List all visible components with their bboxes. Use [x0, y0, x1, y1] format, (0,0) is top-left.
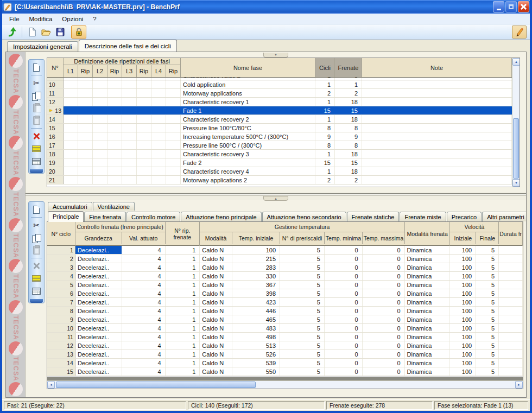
tab-ventilazione[interactable]: Ventilazione — [93, 202, 135, 211]
cell-val-attuato[interactable]: 4 — [122, 359, 166, 367]
rep-cell[interactable] — [151, 98, 166, 106]
cell-vel-iniziale[interactable]: 100 — [450, 272, 476, 280]
rep-cell[interactable] — [78, 150, 93, 158]
rep-cell[interactable] — [107, 124, 122, 132]
cell-val-attuato[interactable]: 4 — [122, 341, 166, 350]
rep-cell[interactable] — [166, 115, 181, 123]
cell-temp-iniziale[interactable]: 498 — [232, 333, 280, 341]
cycle-row-13[interactable]: 13Decelerazi..41Caldo N526500Dinamica100… — [47, 350, 523, 359]
phase-row-18[interactable]: 18Characteristic recovery 3118 — [47, 150, 512, 158]
cell-n-rip[interactable]: 1 — [166, 272, 200, 280]
rep-cell[interactable] — [166, 106, 181, 115]
rep-cell[interactable] — [93, 98, 107, 106]
rep-cell[interactable] — [64, 80, 78, 88]
stripes-button[interactable] — [30, 143, 42, 154]
new-page-button[interactable] — [30, 204, 42, 215]
rep-cell[interactable] — [122, 167, 137, 175]
rep-cell[interactable] — [107, 150, 122, 158]
cell-nome-fase[interactable]: Fade 2 — [181, 158, 315, 167]
rep-cell[interactable] — [151, 106, 166, 115]
cell-val-attuato[interactable]: 4 — [122, 324, 166, 332]
cell-vel-iniziale[interactable]: 100 — [450, 350, 476, 358]
cell-temp-iniziale[interactable]: 513 — [232, 341, 280, 350]
cell-durata[interactable] — [499, 281, 523, 289]
cell-nome-fase[interactable]: Pressure line 100°C/80°C — [181, 124, 315, 132]
lock-button[interactable] — [71, 26, 86, 39]
cell-nome-fase[interactable]: Motorway applications 2 — [181, 176, 315, 184]
rep-cell[interactable] — [122, 98, 137, 106]
rep-cell[interactable] — [137, 78, 151, 80]
rep-cell[interactable] — [166, 132, 181, 141]
cell-mod-frenata[interactable]: Dinamica — [405, 281, 451, 289]
cell-vel-iniziale[interactable]: 100 — [450, 281, 476, 289]
cell-mod-frenata[interactable]: Dinamica — [405, 272, 451, 280]
cell-temp-minima[interactable]: 0 — [325, 324, 363, 332]
paste-button[interactable] — [30, 115, 42, 126]
cell-cicli[interactable]: 2 — [315, 89, 335, 97]
rep-cell[interactable] — [122, 132, 137, 141]
cell-temp-massima[interactable]: 0 — [363, 324, 405, 332]
calculator-button[interactable] — [30, 156, 42, 167]
cell-temp-massima[interactable]: 0 — [363, 255, 405, 263]
menu-opzioni[interactable]: Opzioni — [57, 15, 88, 23]
cell-vel-finale[interactable]: 5 — [476, 246, 499, 254]
cell-preriscaldi[interactable]: 5 — [280, 281, 325, 289]
scroll-up-button[interactable]: ▲ — [512, 58, 520, 66]
close-button[interactable] — [518, 1, 529, 12]
rep-cell[interactable] — [93, 115, 107, 123]
cell-nome-fase[interactable]: Characteristic recovery 1 — [181, 98, 315, 106]
cell-vel-finale[interactable]: 5 — [476, 255, 499, 263]
new-page-button[interactable] — [30, 62, 42, 73]
cell-modalita[interactable]: Caldo N — [200, 307, 232, 315]
cell-vel-iniziale[interactable]: 100 — [450, 307, 476, 315]
tab-controllo-motore[interactable]: Controllo motore — [126, 212, 180, 221]
cell-preriscaldi[interactable]: 5 — [280, 289, 325, 297]
cell-vel-finale[interactable]: 5 — [476, 350, 499, 358]
cell-grandezza[interactable]: Decelerazi.. — [75, 333, 122, 341]
cell-durata[interactable] — [499, 298, 523, 306]
cell-mod-frenata[interactable]: Dinamica — [405, 350, 451, 358]
rep-cell[interactable] — [137, 150, 151, 158]
cell-durata[interactable] — [499, 324, 523, 332]
rep-cell[interactable] — [151, 115, 166, 123]
cell-temp-massima[interactable]: 0 — [363, 341, 405, 350]
rep-cell[interactable] — [93, 158, 107, 167]
cell-temp-minima[interactable]: 0 — [325, 333, 363, 341]
new-file-button[interactable] — [25, 26, 39, 39]
rep-cell[interactable] — [107, 98, 122, 106]
tab-precarico[interactable]: Precarico — [447, 212, 482, 221]
cell-cicli[interactable]: 8 — [315, 124, 335, 132]
cell-val-attuato[interactable]: 4 — [122, 307, 166, 315]
row-number-cell[interactable]: 18 — [47, 150, 64, 158]
delete-button[interactable] — [30, 260, 42, 271]
panel-splitter[interactable]: ▲ — [26, 192, 526, 200]
menu-file[interactable]: File — [4, 15, 24, 23]
tab-fine-frenata[interactable]: Fine frenata — [84, 212, 126, 221]
cell-note[interactable] — [362, 150, 512, 158]
cycle-row-3[interactable]: 3Decelerazi..41Caldo N283500Dinamica1005 — [47, 263, 523, 272]
cut-button[interactable]: ✂ — [30, 78, 42, 88]
cell-n-rip[interactable]: 1 — [166, 315, 200, 323]
cell-frenate[interactable]: 18 — [335, 150, 362, 158]
rep-cell[interactable] — [122, 176, 137, 184]
cell-durata[interactable] — [499, 272, 523, 280]
cell-nome-fase[interactable]: Characteristic recovery 3 — [181, 150, 315, 158]
cell-modalita[interactable]: Caldo N — [200, 281, 232, 289]
cell-temp-massima[interactable]: 0 — [363, 289, 405, 297]
cell-temp-massima[interactable]: 0 — [363, 333, 405, 341]
cell-cicli[interactable]: 1 — [315, 78, 335, 80]
cell-vel-iniziale[interactable]: 100 — [450, 367, 476, 376]
cell-durata[interactable] — [499, 307, 523, 315]
cell-mod-frenata[interactable]: Dinamica — [405, 298, 451, 306]
rep-cell[interactable] — [137, 132, 151, 141]
cell-grandezza[interactable]: Decelerazi.. — [75, 298, 122, 306]
scroll-right-button[interactable]: ► — [515, 381, 523, 389]
cell-temp-iniziale[interactable]: 367 — [232, 281, 280, 289]
cycle-row-10[interactable]: 10Decelerazi..41Caldo N483500Dinamica100… — [47, 324, 523, 333]
cell-mod-frenata[interactable]: Dinamica — [405, 246, 451, 254]
cell-vel-finale[interactable]: 5 — [476, 298, 499, 306]
cell-temp-minima[interactable]: 0 — [325, 350, 363, 358]
cell-preriscaldi[interactable]: 5 — [280, 324, 325, 332]
rep-cell[interactable] — [137, 115, 151, 123]
cell-vel-iniziale[interactable]: 100 — [450, 324, 476, 332]
